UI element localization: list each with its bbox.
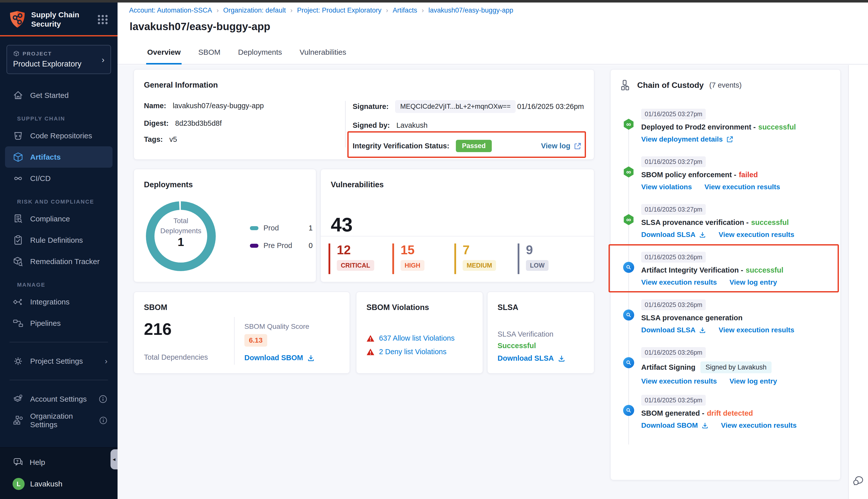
sidebar-item-pipelines[interactable]: Pipelines <box>0 313 118 334</box>
severity-low: 9 LOW <box>518 243 548 274</box>
signature-timestamp: 01/16/2025 03:26pm <box>517 102 584 111</box>
sidebar-section-supply-chain: SUPPLY CHAIN <box>0 112 118 125</box>
sidebar-item-get-started[interactable]: Get Started <box>0 85 118 106</box>
supply-chain-security-logo-icon <box>10 11 25 28</box>
download-slsa-link[interactable]: Download SLSA <box>497 354 565 363</box>
warning-triangle-icon <box>366 334 374 342</box>
event-status: failed <box>739 171 758 179</box>
card-divider <box>321 236 594 236</box>
sidebar-item-rule-definitions[interactable]: Rule Definitions <box>0 229 118 251</box>
external-link-icon <box>574 142 581 150</box>
vulnerabilities-total: 43 <box>331 214 353 236</box>
sidebar-item-code-repositories[interactable]: Code Repositories <box>0 125 118 146</box>
chevron-right-icon: › <box>105 356 108 366</box>
view-execution-results-link[interactable]: View execution results <box>704 183 780 191</box>
info-icon[interactable] <box>98 394 108 404</box>
sidebar-item-integrations[interactable]: Integrations <box>0 291 118 313</box>
slsa-verification-status: Successful <box>497 342 536 350</box>
breadcrumb-account[interactable]: Account: Automation-SSCA <box>129 7 212 14</box>
sbom-quality-score-label: SBOM Quality Score <box>244 322 309 331</box>
tab-vulnerabilities[interactable]: Vulnerabilities <box>299 48 347 64</box>
download-icon <box>701 422 709 429</box>
signature-value[interactable]: MEQCICde2VjIT...bL+2+mqnOXw== <box>395 100 516 113</box>
view-log-entry-link[interactable]: View log entry <box>730 278 777 287</box>
view-execution-results-link[interactable]: View execution results <box>641 278 717 287</box>
signed-by-value: Lavakush <box>396 121 427 130</box>
event-title: SLSA provenance generation <box>641 314 743 322</box>
project-cube-icon <box>13 50 20 57</box>
module-grid-icon[interactable] <box>97 14 108 25</box>
sidebar-section-manage: MANAGE <box>0 279 118 291</box>
severity-critical: 12 CRITICAL <box>328 243 374 274</box>
compliance-doc-icon <box>13 214 24 224</box>
integrity-status-badge: Passed <box>456 140 492 152</box>
main-content: General Information Name: lavakush07/eas… <box>118 65 849 499</box>
donut-center-label: Total Deployments 1 <box>155 216 207 247</box>
artifact-digest-value: 8d23bd3b5d8f <box>175 119 221 127</box>
artifact-name-row: Name: lavakush07/easy-buggy-app <box>144 102 264 110</box>
sidebar-collapse-handle[interactable]: ◂ <box>110 449 118 470</box>
support-chat-icon[interactable] <box>852 473 866 488</box>
sbom-title: SBOM <box>144 303 167 312</box>
view-log-link[interactable]: View log <box>541 142 581 150</box>
tab-sbom[interactable]: SBOM <box>197 48 221 64</box>
allow-list-violations-link[interactable]: 637 Allow list Violations <box>379 334 455 342</box>
view-violations-link[interactable]: View violations <box>641 183 692 191</box>
scan-event-icon <box>623 357 634 368</box>
breadcrumb-project[interactable]: Project: Product Exploratory <box>297 7 382 14</box>
integrations-icon <box>13 296 24 307</box>
view-execution-results-link[interactable]: View execution results <box>719 231 794 239</box>
download-sbom-link[interactable]: Download SBOM <box>641 422 709 429</box>
breadcrumb-artifacts[interactable]: Artifacts <box>393 7 418 14</box>
event-timestamp: 01/16/2025 03:26pm <box>641 300 706 310</box>
breadcrumb-separator: › <box>386 7 388 14</box>
vulnerabilities-title: Vulnerabilities <box>331 180 384 189</box>
sidebar-item-project-settings[interactable]: Project Settings › <box>0 350 118 372</box>
slsa-title: SLSA <box>497 303 518 312</box>
chain-of-custody-title: Chain of Custody <box>637 81 704 90</box>
sidebar-item-organization-settings[interactable]: Organization Settings <box>0 410 118 431</box>
sidebar-section-risk-compliance: RISK AND COMPLIANCE <box>0 196 118 208</box>
artifacts-cube-icon <box>13 151 24 163</box>
breadcrumb-current[interactable]: lavakush07/easy-buggy-app <box>429 7 514 14</box>
info-icon[interactable] <box>99 416 108 425</box>
pipeline-event-icon: ∞ <box>623 167 634 178</box>
view-log-entry-link[interactable]: View log entry <box>730 377 777 385</box>
sidebar-item-cicd[interactable]: CI/CD <box>0 168 118 189</box>
view-execution-results-link[interactable]: View execution results <box>721 422 797 429</box>
view-execution-results-link[interactable]: View execution results <box>719 326 794 334</box>
event-slsa-provenance-verification: ∞ 01/16/2025 03:27pm SLSA provenance ver… <box>620 204 834 239</box>
sidebar-item-artifacts[interactable]: Artifacts <box>5 146 112 168</box>
sidebar-item-account-settings[interactable]: Account Settings <box>0 388 118 410</box>
project-selector[interactable]: PROJECT Product Exploratory › <box>7 45 111 74</box>
view-execution-results-link[interactable]: View execution results <box>641 377 717 385</box>
sidebar-divider <box>10 342 108 342</box>
download-icon <box>307 354 315 362</box>
help-button[interactable]: ? Help <box>0 453 118 471</box>
svg-text:?: ? <box>16 459 18 463</box>
artifact-tags-value: v5 <box>169 135 177 144</box>
sidebar-item-remediation-tracker[interactable]: Remediation Tracker <box>0 251 118 272</box>
severity-critical-badge: CRITICAL <box>337 260 374 271</box>
tab-overview[interactable]: Overview <box>146 48 182 64</box>
event-title: SBOM generated - <box>641 409 704 417</box>
download-sbom-link[interactable]: Download SBOM <box>244 354 315 362</box>
download-slsa-link[interactable]: Download SLSA <box>641 326 706 334</box>
breadcrumb-separator: › <box>422 7 424 14</box>
event-timestamp: 01/16/2025 03:25pm <box>641 395 706 406</box>
event-timestamp: 01/16/2025 03:27pm <box>641 156 706 167</box>
event-title: SLSA provenance verification - <box>641 218 749 227</box>
total-deployments-value: 1 <box>155 237 207 247</box>
download-slsa-link[interactable]: Download SLSA <box>641 231 706 239</box>
view-deployment-details-link[interactable]: View deployment details <box>641 135 733 143</box>
deny-list-violations-link[interactable]: 2 Deny list Violations <box>379 348 447 356</box>
breadcrumb-separator: › <box>217 7 219 14</box>
right-gutter <box>849 65 868 499</box>
breadcrumb-organization[interactable]: Organization: default <box>223 7 286 14</box>
event-artifact-signing: 01/16/2025 03:26pm Artifact SigningSigne… <box>620 347 834 385</box>
user-menu[interactable]: L Lavakush <box>0 475 118 493</box>
event-status: successful <box>746 266 783 275</box>
tab-deployments[interactable]: Deployments <box>237 48 283 64</box>
sidebar-item-compliance[interactable]: Compliance <box>0 208 118 229</box>
event-title: Deployed to Prod2 environment - <box>641 123 756 131</box>
